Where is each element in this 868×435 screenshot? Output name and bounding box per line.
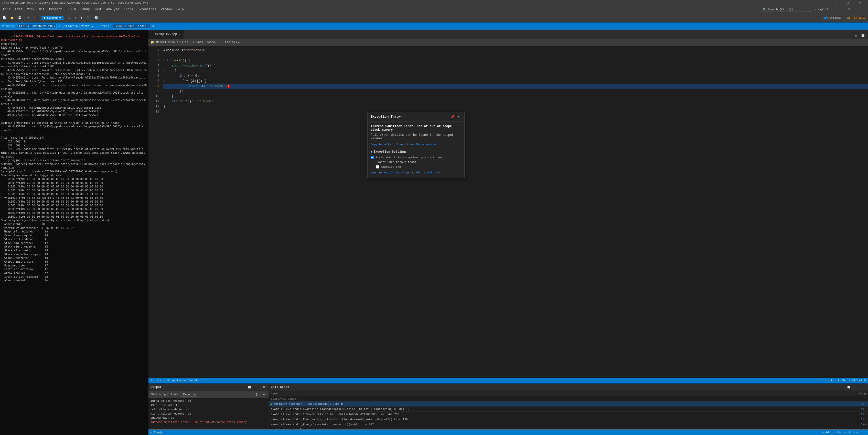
toolbar-stop-button[interactable]: ⬛ — [85, 15, 92, 21]
continue-button[interactable]: ▶ Continue ▾ — [41, 15, 63, 20]
menu-window[interactable]: Window — [159, 7, 174, 12]
line-num-8: 8 — [149, 83, 159, 89]
exception-pin-button[interactable]: 📌 — [450, 114, 455, 119]
toolbar-open-button[interactable]: 📁 — [9, 15, 16, 21]
line-num-5: 5 — [149, 68, 159, 73]
line-num-6: 6 — [149, 73, 159, 78]
output-minimize-button[interactable]: ─ — [254, 384, 259, 390]
title-minimize-button[interactable]: ─ — [830, 0, 841, 6]
menu-debug[interactable]: Debug — [78, 7, 92, 12]
menu-analyze[interactable]: Analyze — [104, 7, 121, 12]
code-line-10[interactable]: } — [163, 94, 868, 99]
title-maximize-button[interactable]: □ — [842, 0, 854, 6]
live-share-button[interactable]: 👥 Live Share — [822, 15, 842, 21]
call-stack-float-button[interactable]: ⬜ — [846, 384, 852, 390]
live-share-session-link[interactable]: Start Live Share session… — [397, 143, 439, 146]
menu-test[interactable]: Test — [92, 7, 104, 12]
exception-close-button[interactable]: ✕ — [456, 114, 461, 119]
example-exe-checkbox[interactable] — [376, 165, 379, 169]
editor-expand-button[interactable]: ⬜ — [860, 32, 866, 39]
vs-logo-icon: ⬡ — [2, 1, 5, 5]
breadcrumb-scope-dropdown[interactable]: (Global Scope) ▾ — [193, 41, 219, 44]
thread-value: [20512] Main Thread — [114, 25, 146, 28]
call-stack-row-1[interactable]: example2.exe!std::invoke<int (lambda<voi… — [269, 407, 868, 412]
line-num-9: 9 — [149, 89, 159, 94]
menu-help[interactable]: Help — [174, 7, 186, 12]
toolbar-restart-button[interactable]: 🔄 — [93, 15, 100, 21]
output-wrap-button[interactable]: ↵ — [261, 391, 267, 397]
code-line-4[interactable]: std::function<int()> f; — [163, 63, 868, 68]
toolbar-step-in-button[interactable]: ⬇ — [72, 15, 78, 21]
thread-dropdown[interactable]: [20512] Main Thread ▾ — [113, 24, 150, 29]
menu-view[interactable]: View — [25, 7, 37, 12]
menu-tools[interactable]: Tools — [122, 7, 135, 12]
window-maximize-button[interactable]: □ — [843, 7, 855, 12]
lifecycle-label: Lifecycle Events — [62, 25, 90, 28]
call-stack-row-external[interactable]: [External Code] — [269, 396, 868, 401]
editor-tab-example2[interactable]: C example2.cpp ✕ — [149, 30, 184, 39]
search-box[interactable]: 🔍 Search (Ctrl+Q) — [761, 7, 812, 12]
call-stack-row-2[interactable]: example2.exe!std::_Invoker_ret<int,0>::_… — [269, 412, 868, 417]
code-text: } — [163, 94, 173, 99]
toolbar-new-button[interactable]: 📄 — [1, 15, 8, 21]
edit-conditions-link[interactable]: Edit Conditions — [415, 171, 441, 175]
continue-label: Continue — [47, 16, 58, 20]
code-line-9[interactable]: }; — [163, 89, 868, 94]
menu-edit[interactable]: Edit — [13, 7, 25, 12]
call-stack-row-3[interactable]: example2.exe!std::_Func_impl_no_alloc<in… — [269, 417, 868, 422]
output-float-button[interactable]: ⬜ — [246, 384, 252, 390]
code-text: }; — [163, 89, 183, 94]
open-exception-settings-link[interactable]: Open Exception Settings — [371, 171, 409, 175]
process-dropdown[interactable]: [17436] example2.exe ▾ — [18, 24, 57, 29]
breadcrumb-files[interactable]: Miscellaneous Files ▸ — [156, 41, 191, 44]
zoom-indicator[interactable]: 111 % ▾ — [151, 379, 162, 382]
menu-project[interactable]: Project — [47, 7, 64, 12]
editor-settings-button[interactable]: ⚙ — [854, 32, 859, 39]
toolbar-redo-button[interactable]: ↪ — [33, 15, 38, 21]
code-line-7[interactable]: ▽ f = [&x]() { — [163, 78, 868, 83]
tab-file-icon: C — [152, 32, 153, 36]
menu-git[interactable]: Git — [37, 7, 46, 12]
window-close-button[interactable]: ✕ — [855, 7, 867, 12]
call-stack-row-5[interactable]: example2.exe!main() Line 11 C++ — [269, 427, 868, 429]
ready-label: ▷ Ready — [151, 431, 162, 434]
code-line-3[interactable]: ▽ int main() { — [163, 58, 868, 63]
output-source-select[interactable]: Debug — [181, 392, 197, 397]
call-stack-row-0[interactable]: ▶ example2.exe!main::_l3::<lambda>() Lin… — [269, 401, 868, 407]
call-stack-close-button[interactable]: ✕ — [861, 384, 866, 390]
code-line-5[interactable]: ▽ { — [163, 68, 868, 73]
call-stack-minimize-button[interactable]: ─ — [854, 384, 859, 390]
current-frame-icon: ▶ — [271, 402, 273, 406]
copy-details-link[interactable]: Copy Details — [371, 143, 391, 146]
title-close-button[interactable]: ✕ — [854, 0, 866, 6]
menu-build[interactable]: Build — [64, 7, 78, 12]
break-when-thrown-checkbox[interactable] — [371, 156, 374, 159]
toolbar-undo-button[interactable]: ↩ — [26, 15, 32, 21]
code-line-12[interactable]: } — [163, 104, 868, 109]
output-clear-button[interactable]: 🗑 — [254, 391, 259, 397]
breadcrumb-func-dropdown[interactable]: ƒ main() ▾ — [225, 41, 239, 44]
add-source-control-label[interactable]: ⊕ Add to Source Control... — [822, 431, 866, 434]
menu-file[interactable]: File — [1, 7, 12, 12]
example-exe-label: example2.exe — [381, 165, 401, 169]
line-num-13: 13 — [149, 109, 159, 114]
menu-extensions[interactable]: Extensions — [136, 7, 158, 12]
call-stack-row-4[interactable]: example2.exe!std::_Func_class<int>::oper… — [269, 422, 868, 427]
tab-close-button[interactable]: ✕ — [179, 33, 180, 36]
output-close-button[interactable]: ✕ — [261, 384, 267, 390]
window-minimize-button[interactable]: ─ — [831, 7, 842, 12]
toolbar-step-over-button[interactable]: ⤵ — [67, 15, 71, 21]
toolbar-sep-3 — [65, 15, 65, 21]
code-line-2[interactable] — [163, 53, 868, 58]
code-line-8[interactable]: ▶ return x; // Boom! ⊗ — [163, 83, 868, 89]
toolbar-save-button[interactable]: 💾 — [17, 15, 23, 21]
editor-path-bar: 📁 Miscellaneous Files ▸ (Global Scope) ▾… — [149, 39, 868, 46]
code-line-1[interactable]: #include <functional> — [163, 48, 868, 53]
toolbar-step-out-button[interactable]: ⬆ — [79, 15, 84, 21]
int-preview-button[interactable]: INT PREVIEW — [846, 15, 867, 21]
menu-bar: File Edit View Git Project Build Debug T… — [0, 6, 868, 13]
code-line-6[interactable]: int x = 0; — [163, 73, 868, 78]
code-line-11[interactable]: return f(); // Boom! — [163, 99, 868, 104]
code-line-13[interactable] — [163, 109, 868, 114]
code-text: { — [166, 68, 176, 73]
